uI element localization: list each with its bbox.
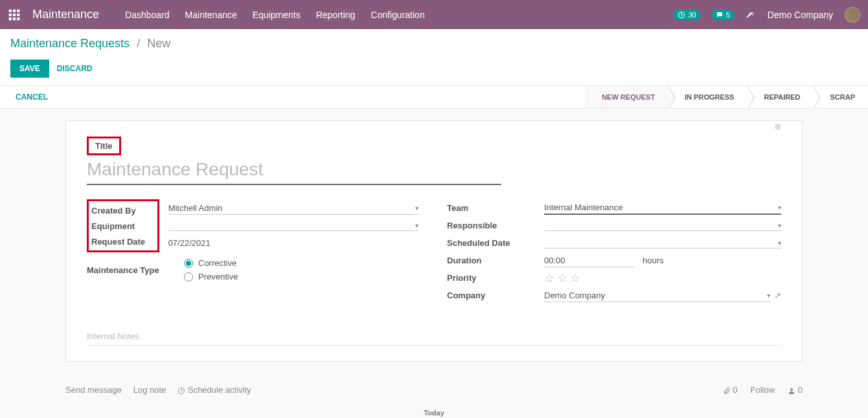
nav-equipments[interactable]: Equipments [253,10,301,20]
svg-rect-6 [9,17,12,20]
save-button[interactable]: SAVE [10,60,49,78]
discard-button[interactable]: DISCARD [57,64,93,73]
user-avatar[interactable] [845,7,860,23]
user-icon [788,387,795,395]
svg-rect-4 [13,13,16,16]
left-labels-highlight: Created By Equipment Request Date [87,199,159,252]
nav-configuration[interactable]: Configuration [371,10,424,20]
form-left-column: Created By Equipment Request Date Mitche… [87,199,421,304]
attachments-count: 0 [733,385,737,395]
nav-items: Dashboard Maintenance Equipments Reporti… [125,10,425,20]
svg-rect-8 [17,17,19,20]
star-icon[interactable]: ☆ [544,271,554,285]
nav-right: 30 5 Demo Company [674,7,860,23]
form-columns: Created By Equipment Request Date Mitche… [87,199,781,304]
breadcrumb-parent[interactable]: Maintenance Requests [10,37,130,50]
stage-bar: NEW REQUEST IN PROGRESS REPAIRED SCRAP [585,86,868,108]
svg-rect-0 [9,9,12,12]
chatter-bar: Send message Log note Schedule activity … [65,373,803,406]
svg-rect-5 [17,13,19,16]
app-title: Maintenance [32,8,99,21]
internal-notes-input[interactable] [87,327,781,346]
svg-rect-3 [9,13,12,16]
activities-badge[interactable]: 30 [674,10,700,20]
responsible-field[interactable]: ▾ [544,221,781,231]
radio-preventive-label: Preventive [198,272,238,281]
followers-button[interactable]: 0 [788,385,803,395]
label-responsible: Responsible [447,221,544,230]
title-label: Title [95,141,113,151]
label-created-by: Created By [91,206,136,215]
apps-icon[interactable] [8,8,21,21]
svg-rect-7 [13,17,16,20]
debug-icon[interactable] [746,10,756,20]
star-icon[interactable]: ☆ [570,271,580,285]
duration-field[interactable]: 00:00 [544,254,635,267]
breadcrumb-bar: Maintenance Requests / New [0,29,868,54]
radio-corrective-label: Corrective [198,258,236,268]
label-priority: Priority [447,273,544,283]
schedule-activity-button[interactable]: Schedule activity [177,385,251,395]
company-value: Demo Company [544,291,605,300]
title-input[interactable] [87,157,501,185]
svg-rect-2 [17,9,19,12]
scheduled-date-field[interactable]: ▾ [544,238,781,248]
radio-dot-icon [184,259,193,268]
label-request-date: Request Date [91,237,145,247]
label-duration: Duration [447,256,544,265]
followers-count: 0 [798,385,803,395]
stage-in-progress[interactable]: IN PROGRESS [668,86,747,108]
star-icon[interactable]: ☆ [557,271,567,285]
messages-badge[interactable]: 5 [712,10,734,20]
schedule-activity-label: Schedule activity [188,385,251,395]
label-company: Company [447,291,544,300]
label-maintenance-type: Maintenance Type [87,265,184,275]
form-right-column: TeamInternal Maintenance▾ Responsible▾ S… [447,199,781,304]
clock-icon [678,11,685,19]
team-field[interactable]: Internal Maintenance▾ [544,201,781,215]
company-field[interactable]: Demo Company▾ [544,289,770,302]
nav-dashboard[interactable]: Dashboard [125,10,170,20]
equipment-field[interactable]: ▾ [168,221,418,231]
form-wrap: Title Created By Equipment Request Date … [0,109,868,373]
stage-repaired[interactable]: REPAIRED [747,86,813,108]
created-by-field[interactable]: Mitchell Admin▾ [168,202,418,215]
breadcrumb: Maintenance Requests / New [10,37,858,50]
caret-icon: ▾ [778,239,781,247]
duration-unit: hours [643,256,664,265]
stage-scrap[interactable]: SCRAP [813,86,868,108]
kanban-state[interactable] [775,124,781,130]
radio-corrective[interactable]: Corrective [184,256,421,270]
follow-button[interactable]: Follow [751,385,775,395]
svg-point-11 [790,388,793,391]
activities-count: 30 [688,11,696,19]
attachments-button[interactable]: 0 [723,385,738,395]
paperclip-icon [723,387,731,395]
stage-new-request[interactable]: NEW REQUEST [585,86,668,108]
action-row: SAVE DISCARD [0,54,868,85]
top-bar: Maintenance Dashboard Maintenance Equipm… [0,0,868,29]
nav-maintenance[interactable]: Maintenance [185,10,237,20]
title-label-highlight: Title [87,137,121,155]
breadcrumb-current: New [147,37,170,50]
today-label: Today [0,409,868,417]
radio-preventive[interactable]: Preventive [184,270,421,283]
log-note-button[interactable]: Log note [133,385,166,395]
send-message-button[interactable]: Send message [65,385,122,395]
nav-reporting[interactable]: Reporting [316,10,356,20]
chat-icon [716,11,724,19]
cancel-button[interactable]: CANCEL [16,93,48,102]
team-value: Internal Maintenance [544,203,622,212]
clock-icon [177,387,185,395]
caret-icon: ▾ [767,292,770,299]
radio-dot-icon [184,272,193,281]
caret-icon: ▾ [415,204,418,212]
chatter-right: 0 Follow 0 [723,385,803,395]
company-selector[interactable]: Demo Company [768,10,833,20]
status-bar: CANCEL NEW REQUEST IN PROGRESS REPAIRED … [0,85,868,109]
svg-rect-1 [13,9,16,12]
priority-stars: ☆☆☆ [544,271,781,285]
external-link-icon[interactable]: ↗ [774,291,781,300]
caret-icon: ▾ [415,222,418,229]
caret-icon: ▾ [778,222,781,229]
